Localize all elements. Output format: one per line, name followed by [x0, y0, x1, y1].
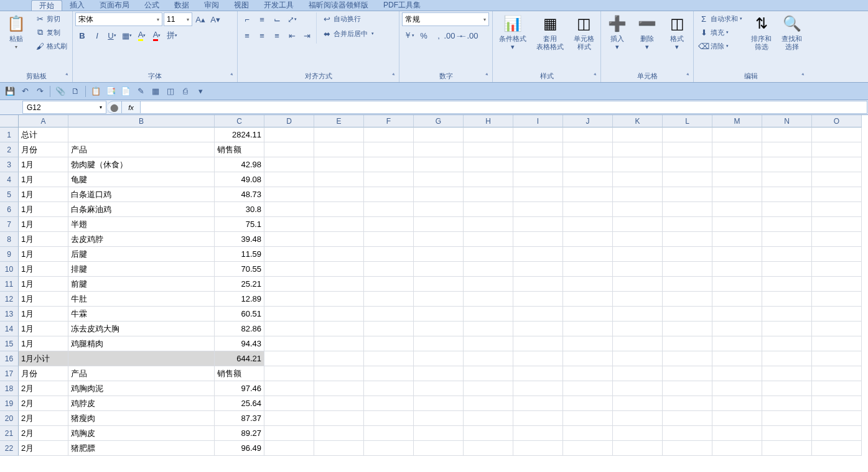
cell[interactable] [264, 292, 314, 307]
cell[interactable] [264, 247, 314, 262]
cell[interactable] [712, 292, 762, 307]
col-header-B[interactable]: B [68, 115, 215, 127]
row-header[interactable]: 7 [0, 217, 19, 232]
tab-插入[interactable]: 插入 [62, 0, 92, 11]
qat-misc4-button[interactable]: ▦ [149, 85, 162, 98]
cell[interactable] [364, 172, 414, 187]
cell[interactable] [613, 441, 663, 456]
format-painter-button[interactable]: 🖌格式刷 [32, 40, 70, 52]
col-header-N[interactable]: N [762, 115, 812, 127]
tab-页面布局[interactable]: 页面布局 [92, 0, 137, 11]
cell[interactable] [812, 202, 862, 217]
cell[interactable] [613, 202, 663, 217]
cell[interactable] [314, 351, 364, 366]
cell[interactable] [663, 366, 712, 381]
decrease-font-button[interactable]: A▾ [208, 12, 222, 26]
cell[interactable] [464, 232, 513, 247]
cell[interactable] [663, 247, 712, 262]
cell[interactable] [812, 441, 862, 456]
cell[interactable] [314, 411, 364, 426]
row-header[interactable]: 8 [0, 232, 19, 247]
cell[interactable] [364, 157, 414, 172]
paste-button[interactable]: 📋 粘贴 ▾ [2, 12, 30, 51]
cell[interactable] [762, 336, 812, 351]
currency-button[interactable]: ￥▾ [402, 29, 416, 42]
cell[interactable] [762, 292, 812, 307]
cell[interactable] [314, 202, 364, 217]
cell[interactable] [613, 187, 663, 202]
cell[interactable]: 42.98 [215, 157, 264, 172]
cell[interactable] [812, 366, 862, 381]
cell[interactable] [314, 396, 364, 411]
cell[interactable] [712, 441, 762, 456]
cell[interactable] [464, 142, 513, 157]
cell[interactable] [364, 381, 414, 396]
underline-button[interactable]: U▾ [105, 29, 119, 42]
cell[interactable] [364, 277, 414, 292]
cell[interactable] [264, 381, 314, 396]
cell[interactable] [364, 127, 414, 142]
number-format-combo[interactable]: 常规▾ [402, 12, 489, 26]
cell[interactable] [513, 277, 563, 292]
cell[interactable] [663, 322, 712, 336]
clear-button[interactable]: ⌫清除▾ [696, 40, 745, 52]
cell[interactable]: 94.43 [215, 336, 264, 351]
cell[interactable] [663, 187, 712, 202]
cell[interactable] [712, 307, 762, 322]
redo-button[interactable]: ↷ [34, 85, 46, 98]
col-header-I[interactable]: I [513, 115, 563, 127]
cell[interactable] [264, 307, 314, 322]
cell[interactable]: 月份 [19, 366, 68, 381]
cell[interactable] [513, 127, 563, 142]
cell[interactable]: 644.21 [215, 351, 264, 366]
cell[interactable] [414, 202, 464, 217]
row-header[interactable]: 6 [0, 202, 19, 217]
cell[interactable] [712, 351, 762, 366]
cell[interactable] [264, 441, 314, 456]
cell[interactable] [613, 307, 663, 322]
cell[interactable] [762, 172, 812, 187]
cell[interactable] [712, 232, 762, 247]
cell[interactable] [464, 307, 513, 322]
cell[interactable] [314, 381, 364, 396]
insert-cells-button[interactable]: ➕插入▾ [604, 12, 631, 52]
cell[interactable] [712, 262, 762, 277]
autosum-button[interactable]: Σ自动求和▾ [696, 12, 745, 25]
cell[interactable] [513, 351, 563, 366]
cell[interactable] [663, 441, 712, 456]
cell[interactable]: 鸡胸皮 [68, 426, 215, 441]
cell[interactable] [314, 277, 364, 292]
cell-style-button[interactable]: ◫单元格 样式 [570, 12, 598, 52]
cell[interactable] [712, 366, 762, 381]
cell[interactable] [464, 172, 513, 187]
cell[interactable] [812, 381, 862, 396]
cell[interactable] [264, 322, 314, 336]
cell[interactable]: 30.8 [215, 202, 264, 217]
cell[interactable]: 月份 [19, 142, 68, 157]
copy-button[interactable]: ⧉复制 [32, 26, 70, 39]
font-name-combo[interactable]: 宋体▾ [75, 12, 162, 26]
cell[interactable] [513, 292, 563, 307]
row-header[interactable]: 16 [0, 351, 19, 366]
cell[interactable] [513, 307, 563, 322]
cell[interactable] [613, 396, 663, 411]
cell[interactable] [663, 351, 712, 366]
cell[interactable] [613, 351, 663, 366]
qat-dropdown[interactable]: ▾ [194, 85, 207, 98]
cell[interactable] [712, 127, 762, 142]
row-header[interactable]: 21 [0, 426, 19, 441]
cell[interactable] [513, 441, 563, 456]
cell[interactable]: 勃肉腱（休食） [68, 157, 215, 172]
col-header-O[interactable]: O [812, 115, 862, 127]
cell[interactable] [762, 307, 812, 322]
cell[interactable] [663, 426, 712, 441]
cell[interactable] [762, 127, 812, 142]
cell[interactable] [712, 217, 762, 232]
cell[interactable]: 1月 [19, 202, 68, 217]
cell[interactable] [613, 217, 663, 232]
cell[interactable] [414, 307, 464, 322]
row-header[interactable]: 13 [0, 307, 19, 322]
cell[interactable] [364, 411, 414, 426]
align-right-button[interactable]: ≡ [270, 29, 284, 42]
tab-PDF工具集[interactable]: PDF工具集 [376, 0, 428, 11]
